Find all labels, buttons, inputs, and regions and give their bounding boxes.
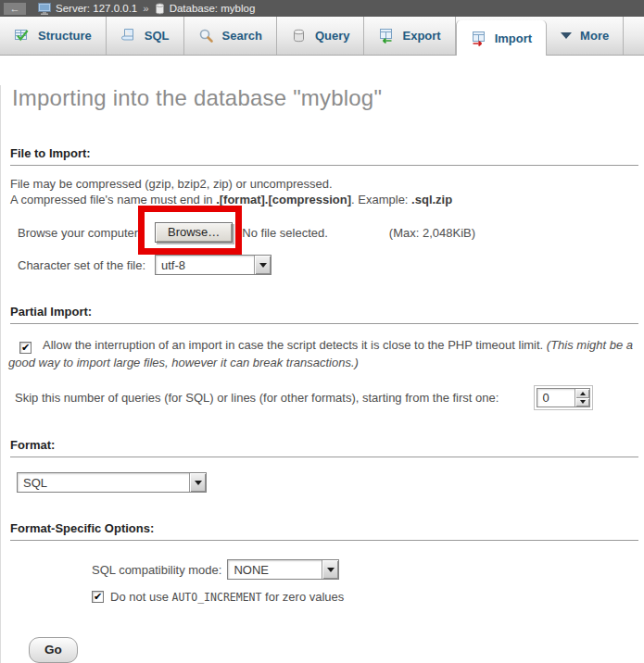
chevron-down-icon xyxy=(322,560,338,579)
breadcrumb-server[interactable]: Server: 127.0.0.1 xyxy=(56,3,137,14)
tab-more[interactable]: More xyxy=(547,17,624,55)
format-specific-options-heading: Format-Specific Options: xyxy=(10,521,638,541)
tab-export[interactable]: Export xyxy=(364,17,455,55)
allow-interruption-checkbox[interactable]: ✔ xyxy=(19,342,32,354)
main-content: Importing into the database "myblog" Fil… xyxy=(0,85,644,663)
partial-import-heading: Partial Import: xyxy=(10,305,638,324)
skip-queries-row: Skip this number of queries (for SQL) or… xyxy=(15,385,644,410)
sql-compatibility-select[interactable]: NONE xyxy=(227,559,339,580)
chevron-down-icon xyxy=(189,473,206,492)
server-icon xyxy=(38,3,51,15)
back-icon[interactable]: ← xyxy=(4,3,26,15)
browse-label: Browse your computer: xyxy=(18,226,155,240)
structure-icon xyxy=(14,28,30,44)
tab-structure[interactable]: Structure xyxy=(0,17,107,55)
tab-bar: Structure SQL Search Query xyxy=(0,17,644,56)
chevron-down-icon xyxy=(254,256,271,274)
format-select[interactable]: SQL xyxy=(17,472,207,493)
breadcrumb-separator: » xyxy=(142,3,149,14)
browse-row: Browse your computer: Browse… No file se… xyxy=(18,222,644,243)
query-icon xyxy=(291,28,307,44)
skip-queries-stepper[interactable]: 0 xyxy=(534,385,593,410)
import-icon xyxy=(471,31,486,46)
file-to-import-heading: File to Import: xyxy=(10,146,638,166)
tab-import[interactable]: Import xyxy=(456,20,547,56)
chevron-down-icon xyxy=(561,32,572,39)
allow-interruption-label: Allow the interruption of an import in c… xyxy=(43,338,547,352)
spinner-up-button[interactable] xyxy=(575,389,589,398)
page-title: Importing into the database "myblog" xyxy=(12,85,644,111)
go-button[interactable]: Go xyxy=(29,637,78,663)
auto-increment-checkbox[interactable]: ✔ xyxy=(92,591,104,603)
search-icon xyxy=(198,28,214,44)
charset-label: Character set of the file: xyxy=(18,258,155,272)
breadcrumb-database[interactable]: Database: myblog xyxy=(170,3,256,14)
charset-select-value: utf-8 xyxy=(156,256,254,274)
tab-search[interactable]: Search xyxy=(184,17,277,55)
sql-compatibility-label: SQL compatibility mode: xyxy=(92,563,221,577)
charset-select[interactable]: utf-8 xyxy=(155,255,271,275)
auto-increment-row: ✔ Do not use AUTO_INCREMENT for zero val… xyxy=(92,590,644,604)
skip-queries-label: Skip this number of queries (for SQL) or… xyxy=(15,391,499,405)
file-status: No file selected. xyxy=(242,226,328,240)
allow-interruption-row: ✔Allow the interruption of an import in … xyxy=(8,336,637,371)
format-heading: Format: xyxy=(10,438,638,457)
format-row: SQL xyxy=(17,472,644,493)
export-icon xyxy=(378,28,394,44)
sql-compatibility-value: NONE xyxy=(228,560,322,579)
breadcrumb-bar: ← Server: 127.0.0.1 » Database: myblog xyxy=(0,0,644,17)
auto-increment-label: Do not use AUTO_INCREMENT for zero value… xyxy=(110,590,344,604)
sql-compatibility-row: SQL compatibility mode: NONE xyxy=(92,559,644,580)
tab-query[interactable]: Query xyxy=(277,17,365,55)
database-icon xyxy=(155,3,165,15)
sql-icon xyxy=(120,28,136,44)
format-select-value: SQL xyxy=(18,473,189,492)
tab-sql[interactable]: SQL xyxy=(107,17,184,55)
file-import-hint: File may be compressed (gzip, bzip2, zip… xyxy=(10,176,638,207)
max-size-label: (Max: 2,048KiB) xyxy=(389,226,475,240)
browse-button[interactable]: Browse… xyxy=(155,222,233,243)
spinner-down-button[interactable] xyxy=(575,398,589,407)
charset-row: Character set of the file: utf-8 xyxy=(18,255,644,275)
skip-queries-value: 0 xyxy=(537,389,575,407)
